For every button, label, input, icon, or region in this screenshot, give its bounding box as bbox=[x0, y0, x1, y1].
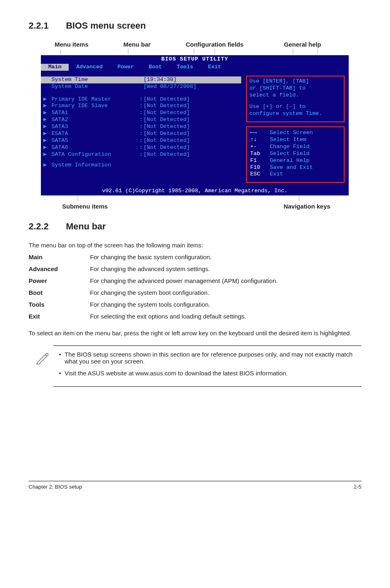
section-heading: 2.2.2 Menu bar bbox=[29, 221, 361, 232]
bios-submenu-row[interactable]: ▶SATA1:[Not Detected] bbox=[41, 110, 241, 117]
note-pencil-icon bbox=[35, 350, 53, 367]
row-system-information[interactable]: ▶ System Information bbox=[41, 162, 241, 169]
menubar-intro: The menu bar on top of the screen has th… bbox=[29, 242, 361, 249]
label-config-fields: Configuration fields bbox=[172, 41, 258, 48]
section-title: BIOS menu screen bbox=[66, 20, 146, 31]
menu-desc: For changing the basic system configurat… bbox=[90, 251, 278, 263]
nav-key: F10 bbox=[250, 164, 270, 171]
bios-item-label: SATA5 bbox=[52, 137, 139, 144]
label-menu-items: Menu items bbox=[41, 41, 102, 48]
bios-submenu-row[interactable]: ▶SATA3:[Not Detected] bbox=[41, 123, 241, 130]
help-line: or [SHIFT-TAB] to bbox=[249, 85, 341, 92]
menu-name: Power bbox=[29, 275, 90, 287]
bios-tab-tools[interactable]: Tools bbox=[169, 64, 201, 71]
bios-submenu-row[interactable]: ▶Primary IDE Slave:[Not Detected] bbox=[41, 103, 241, 110]
section-number: 2.2.2 bbox=[29, 221, 63, 232]
bios-submenu-row[interactable]: ▶SATA5:[Not Detected] bbox=[41, 137, 241, 144]
note-item: The BIOS setup screens shown in this sec… bbox=[59, 351, 361, 365]
bios-tab-power[interactable]: Power bbox=[110, 64, 141, 71]
bios-item-value: [Not Detected] bbox=[143, 103, 190, 110]
bios-submenu-row[interactable]: ▶SATA6:[Not Detected] bbox=[41, 144, 241, 151]
help-line: Use [+] or [-] to bbox=[249, 103, 341, 110]
nav-desc: Select Field bbox=[270, 150, 309, 157]
nav-line: +-Change Field bbox=[250, 144, 342, 150]
menu-desc: For selecting the exit options and loadi… bbox=[90, 310, 278, 322]
footer-chapter: Chapter 2: BIOS setup bbox=[29, 484, 82, 490]
section-title: Menu bar bbox=[66, 221, 106, 231]
label-general-help: General help bbox=[258, 41, 347, 48]
bios-title: BIOS SETUP UTILITY bbox=[41, 55, 349, 64]
select-hint: To select an item on the menu bar, press… bbox=[29, 330, 361, 337]
bios-item-label: SATA3 bbox=[52, 123, 139, 130]
bios-help-box: Use [ENTER], [TAB] or [SHIFT-TAB] to sel… bbox=[246, 76, 345, 122]
bios-submenu-row[interactable]: ▶SATA Configuration:[Not Detected] bbox=[41, 151, 241, 158]
nav-desc: Select Item bbox=[270, 137, 306, 144]
menu-name: Main bbox=[29, 251, 90, 263]
bios-item-value: [Not Detected] bbox=[143, 110, 190, 117]
table-row: PowerFor changing the advanced power man… bbox=[29, 275, 278, 287]
page-footer: Chapter 2: BIOS setup 2-5 bbox=[29, 481, 361, 490]
bios-item-value: [Not Detected] bbox=[143, 117, 190, 123]
nav-desc: General Help bbox=[270, 157, 309, 164]
bios-tab-advanced[interactable]: Advanced bbox=[69, 64, 110, 71]
nav-line: F1General Help bbox=[250, 157, 342, 164]
menu-name: Advanced bbox=[29, 263, 90, 275]
bios-item-label: SATA2 bbox=[52, 117, 139, 123]
menu-desc: For changing the advanced system setting… bbox=[90, 263, 278, 275]
row-system-time[interactable]: System Time [19:34:30] bbox=[41, 76, 241, 83]
menu-name: Boot bbox=[29, 287, 90, 298]
bios-submenu-row[interactable]: ▶SATA2:[Not Detected] bbox=[41, 117, 241, 123]
bios-tab-main[interactable]: Main bbox=[41, 64, 69, 71]
bios-item-value: [Not Detected] bbox=[143, 96, 190, 103]
nav-desc: Change Field bbox=[270, 144, 309, 150]
table-row: BootFor changing the system boot configu… bbox=[29, 287, 278, 298]
bios-submenu-row[interactable]: ▶Primary IDE Master:[Not Detected] bbox=[41, 96, 241, 103]
bios-help-panel: Use [ENTER], [TAB] or [SHIFT-TAB] to sel… bbox=[241, 72, 349, 187]
bios-menubar: Main Advanced Power Boot Tools Exit bbox=[41, 64, 349, 72]
table-row: AdvancedFor changing the advanced system… bbox=[29, 263, 278, 275]
bios-diagram: Menu items Menu bar Configuration fields… bbox=[41, 41, 361, 210]
table-row: MainFor changing the basic system config… bbox=[29, 251, 278, 263]
menu-desc: For changing the advanced power manageme… bbox=[90, 275, 278, 287]
nav-line: TabSelect Field bbox=[250, 150, 342, 157]
nav-desc: Save and Exit bbox=[270, 164, 313, 171]
nav-key: +- bbox=[250, 144, 270, 150]
nav-key: Tab bbox=[250, 150, 270, 157]
system-date-label: System Date bbox=[52, 83, 139, 90]
nav-line: ESCExit bbox=[250, 171, 342, 178]
nav-line: ←→Select Screen bbox=[250, 130, 342, 137]
system-time-label: System Time bbox=[52, 76, 139, 83]
bios-item-value: [Not Detected] bbox=[143, 151, 190, 158]
bios-item-label: ESATA bbox=[52, 130, 139, 137]
nav-key: F1 bbox=[250, 157, 270, 164]
bios-tab-exit[interactable]: Exit bbox=[201, 64, 229, 71]
bios-tab-boot[interactable]: Boot bbox=[141, 64, 169, 71]
nav-line: ↑↓Select Item bbox=[250, 137, 342, 144]
section-number: 2.2.1 bbox=[29, 20, 63, 31]
table-row: ToolsFor changing the system tools confi… bbox=[29, 298, 278, 310]
bios-item-value: [Not Detected] bbox=[143, 144, 190, 151]
system-time-value[interactable]: [19:34:30] bbox=[143, 76, 177, 83]
label-menu-bar: Menu bar bbox=[102, 41, 172, 48]
label-navigation-keys: Navigation keys bbox=[284, 203, 330, 210]
bios-item-label: Primary IDE Master bbox=[52, 96, 139, 103]
bios-nav-box: ←→Select Screen↑↓Select Item+-Change Fie… bbox=[246, 126, 345, 183]
table-row: ExitFor selecting the exit options and l… bbox=[29, 310, 278, 322]
bios-item-label: SATA Configuration bbox=[52, 151, 139, 158]
bios-item-label: Primary IDE Slave bbox=[52, 103, 139, 110]
note-item: Visit the ASUS website at www.asus.com t… bbox=[59, 370, 361, 377]
nav-line: F10Save and Exit bbox=[250, 164, 342, 171]
system-date-value[interactable]: [Wed 08/27/2008] bbox=[143, 83, 197, 90]
label-submenu-items: Submenu items bbox=[62, 203, 108, 210]
bios-main-panel: System Time [19:34:30] System Date [Wed … bbox=[41, 72, 241, 187]
bios-screen: BIOS SETUP UTILITY Main Advanced Power B… bbox=[41, 55, 349, 195]
bios-item-value: [Not Detected] bbox=[143, 123, 190, 130]
nav-key: ←→ bbox=[250, 130, 270, 137]
help-line: Use [ENTER], [TAB] bbox=[249, 78, 341, 85]
bios-submenu-row[interactable]: ▶ESATA:[Not Detected] bbox=[41, 130, 241, 137]
bios-item-label: SATA6 bbox=[52, 144, 139, 151]
row-system-date[interactable]: System Date [Wed 08/27/2008] bbox=[41, 83, 241, 90]
note-block: The BIOS setup screens shown in this sec… bbox=[53, 346, 361, 387]
nav-desc: Select Screen bbox=[270, 130, 313, 137]
bios-item-value: [Not Detected] bbox=[143, 137, 190, 144]
